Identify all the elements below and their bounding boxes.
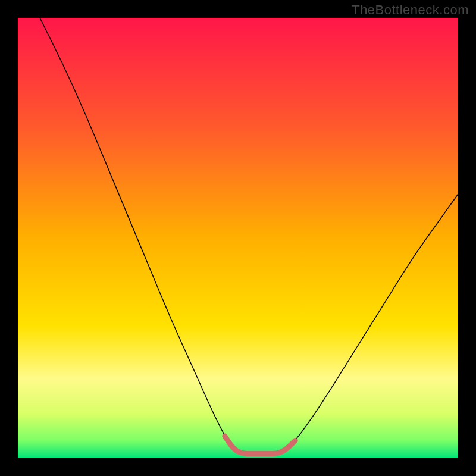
plot-area <box>18 18 458 458</box>
chart-frame: TheBottleneck.com <box>0 0 476 476</box>
watermark-text: TheBottleneck.com <box>352 2 469 18</box>
gradient-backdrop <box>18 18 458 458</box>
bottleneck-chart <box>18 18 458 458</box>
